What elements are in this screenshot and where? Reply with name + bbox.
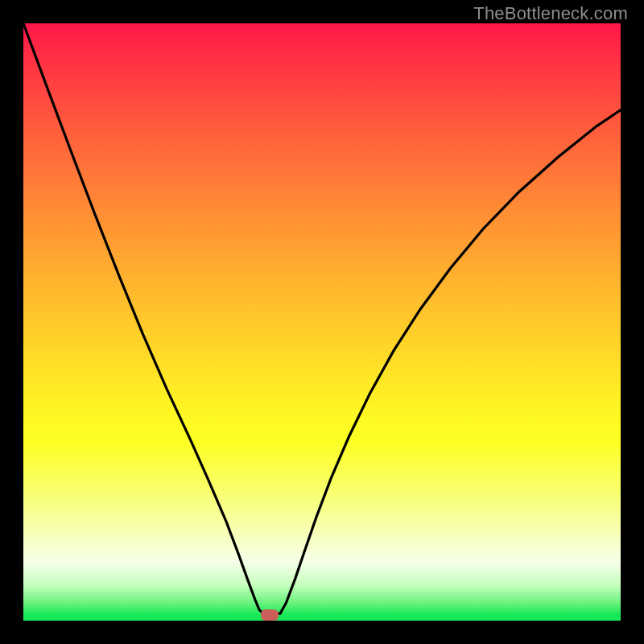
watermark-label: TheBottleneck.com (473, 3, 628, 24)
marker-dot (261, 609, 279, 621)
chart-frame: TheBottleneck.com (0, 0, 644, 644)
curve-path (23, 23, 621, 613)
bottleneck-curve (23, 23, 621, 621)
plot-area (23, 23, 621, 621)
